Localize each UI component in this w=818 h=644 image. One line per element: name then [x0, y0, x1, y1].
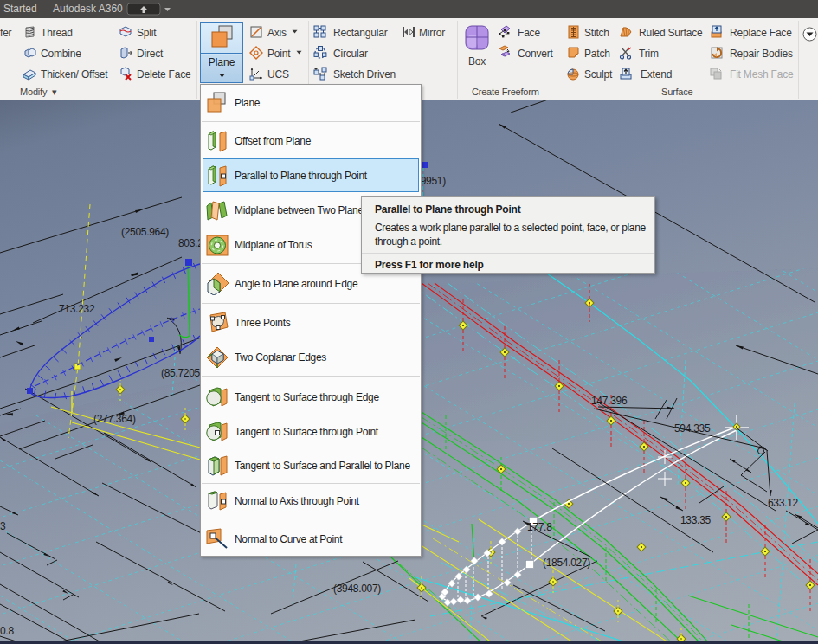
svg-text:147.396: 147.396: [591, 395, 628, 407]
svg-text:(277.364): (277.364): [93, 413, 136, 425]
svg-text:177.8: 177.8: [527, 521, 552, 533]
svg-text:713.232: 713.232: [59, 303, 95, 315]
svg-text:(2505.964): (2505.964): [121, 226, 169, 238]
svg-text:(1854.027): (1854.027): [543, 557, 590, 569]
svg-text:594.335: 594.335: [674, 422, 711, 435]
svg-text:633.12: 633.12: [768, 497, 799, 509]
svg-text:(3948.007): (3948.007): [333, 583, 381, 595]
svg-text:133.35: 133.35: [680, 514, 712, 526]
svg-text:0.8: 0.8: [0, 625, 14, 637]
svg-text:3: 3: [0, 520, 6, 532]
